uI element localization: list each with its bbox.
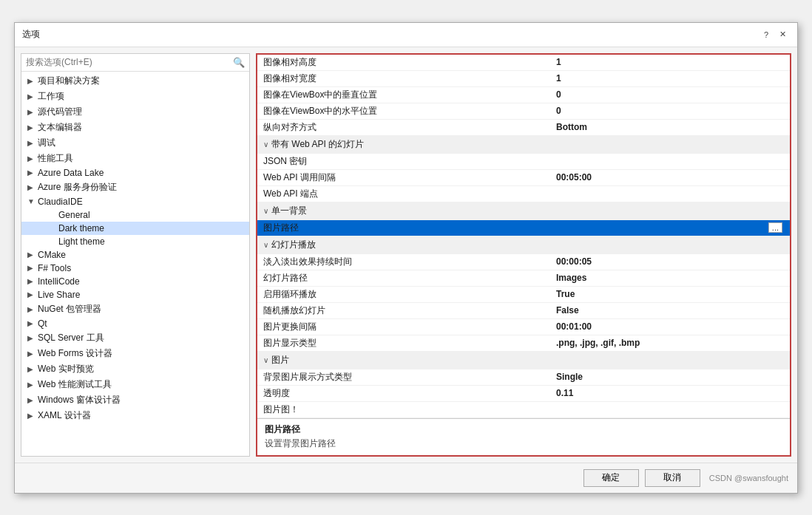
- tree-item[interactable]: ▶工作项: [21, 89, 249, 104]
- tree-item[interactable]: ▶Azure Data Lake: [21, 166, 249, 180]
- prop-name: Web API 端点: [257, 185, 550, 202]
- section-toggle-icon[interactable]: ∨: [263, 356, 268, 364]
- tree-arrow-icon: ▶: [27, 92, 38, 100]
- tree-arrow-icon: ▶: [27, 381, 38, 389]
- prop-value: Bottom: [550, 119, 790, 135]
- tree-item[interactable]: ▶Windows 窗体设计器: [21, 392, 249, 408]
- browse-button[interactable]: ...: [768, 222, 782, 233]
- prop-name: 启用循环播放: [257, 286, 550, 302]
- tree-item[interactable]: ▶调试: [21, 135, 249, 151]
- tree-item[interactable]: Light theme: [21, 235, 249, 248]
- tree-arrow-icon: ▶: [27, 305, 38, 313]
- tree-item[interactable]: ▶Live Share: [21, 288, 249, 301]
- tree-item[interactable]: ▶文本编辑器: [21, 120, 249, 135]
- tree-item[interactable]: ▶CMake: [21, 248, 249, 262]
- tree-item[interactable]: ▶Web 性能测试工具: [21, 377, 249, 392]
- tree-item[interactable]: ▶Web 实时预览: [21, 361, 249, 377]
- tree-arrow-icon: ▶: [27, 290, 38, 299]
- tree-item-label: Qt: [38, 318, 246, 329]
- help-button[interactable]: ?: [759, 27, 774, 42]
- tree-arrow-icon: ▶: [27, 123, 38, 132]
- tree-arrow-icon: ▶: [27, 108, 38, 116]
- tree-item[interactable]: ▶Web Forms 设计器: [21, 346, 249, 361]
- section-header-label: 幻灯片播放: [271, 239, 316, 250]
- prop-value: .png, .jpg, .gif, .bmp: [550, 335, 790, 351]
- section-header-label: 图片: [271, 355, 289, 365]
- tree-item-label: CMake: [38, 250, 246, 260]
- props-row: 图像相对高度1: [257, 55, 790, 71]
- tree-arrow-icon: ▶: [27, 183, 38, 191]
- tree-item[interactable]: ▶NuGet 包管理器: [21, 301, 249, 317]
- props-row: 图像相对宽度1: [257, 70, 790, 86]
- tree-item[interactable]: ▶Qt: [21, 317, 249, 330]
- search-input[interactable]: [26, 57, 233, 67]
- tree-item-label: 源代码管理: [38, 106, 246, 118]
- tree-item-label: IntelliCode: [38, 276, 246, 287]
- props-row[interactable]: 图片路径...: [257, 219, 790, 236]
- prop-name: JSON 密钥: [257, 153, 550, 169]
- tree-arrow-icon: ▶: [27, 365, 38, 373]
- search-icon[interactable]: 🔍: [233, 57, 245, 68]
- prop-value[interactable]: ...: [550, 219, 790, 236]
- cancel-button[interactable]: 取消: [645, 469, 700, 487]
- tree-item[interactable]: ▶XAML 设计器: [21, 408, 249, 423]
- tree-item[interactable]: ▶Azure 服务身份验证: [21, 180, 249, 195]
- tree-item-label: 性能工具: [38, 152, 246, 165]
- tree-item[interactable]: ▶性能工具: [21, 151, 249, 166]
- prop-value: 1: [550, 55, 790, 71]
- right-panel: 图像相对高度1图像相对宽度1图像在ViewBox中的垂直位置0图像在ViewBo…: [256, 53, 791, 457]
- props-row: ∨幻灯片播放: [257, 236, 790, 253]
- tree-item[interactable]: ▶项目和解决方案: [21, 73, 249, 89]
- tree-arrow-icon: ▶: [27, 319, 38, 327]
- section-toggle-icon[interactable]: ∨: [263, 207, 268, 215]
- tree-item-label: XAML 设计器: [38, 409, 246, 422]
- tree-item-label: Web 性能测试工具: [38, 378, 246, 391]
- tree-item[interactable]: General: [21, 208, 249, 222]
- prop-name: 图像在ViewBox中的垂直位置: [257, 86, 550, 103]
- tree-arrow-icon: ▼: [27, 197, 38, 205]
- props-row: 随机播放幻灯片False: [257, 302, 790, 318]
- tree-item-label: ClaudiaIDE: [38, 197, 246, 207]
- close-button[interactable]: ✕: [775, 27, 790, 42]
- tree-arrow-icon: ▶: [27, 349, 38, 358]
- props-row: 图像在ViewBox中的水平位置0: [257, 103, 790, 119]
- ok-button[interactable]: 确定: [583, 469, 639, 487]
- props-row: ∨带有 Web API 的幻灯片: [257, 135, 790, 153]
- footer-credit: CSDN @swansfought: [709, 474, 788, 482]
- section-toggle-icon[interactable]: ∨: [263, 241, 268, 249]
- dialog-body: 🔍 ▶项目和解决方案▶工作项▶源代码管理▶文本编辑器▶调试▶性能工具▶Azure…: [15, 47, 797, 463]
- left-panel: 🔍 ▶项目和解决方案▶工作项▶源代码管理▶文本编辑器▶调试▶性能工具▶Azure…: [21, 53, 250, 457]
- tree-item[interactable]: ▶SQL Server 工具: [21, 330, 249, 346]
- prop-name: 图像相对宽度: [257, 70, 550, 86]
- tree-item[interactable]: ▶IntelliCode: [21, 275, 249, 288]
- tree-item[interactable]: ▶源代码管理: [21, 104, 249, 120]
- props-row: 图片显示类型.png, .jpg, .gif, .bmp: [257, 335, 790, 351]
- tree-item-label: Windows 窗体设计器: [38, 394, 246, 406]
- tree-item-label: 文本编辑器: [38, 121, 246, 134]
- section-header-label: 单一背景: [271, 205, 307, 216]
- prop-name: 图像在ViewBox中的水平位置: [257, 103, 550, 119]
- tree-item[interactable]: ▶F# Tools: [21, 262, 249, 275]
- prop-name: 图片更换间隔: [257, 318, 550, 335]
- tree-item[interactable]: ▼ClaudiaIDE: [21, 195, 249, 208]
- prop-value: [550, 153, 790, 169]
- tree-item-label: F# Tools: [38, 263, 246, 273]
- props-row: 透明度0.11: [257, 385, 790, 401]
- props-row: Web API 调用间隔00:05:00: [257, 169, 790, 185]
- tree-arrow-icon: ▶: [27, 139, 38, 147]
- prop-value: 0: [550, 86, 790, 103]
- tree-item[interactable]: Dark theme: [21, 222, 249, 235]
- section-toggle-icon[interactable]: ∨: [263, 140, 268, 149]
- options-dialog: 选项 ? ✕ 🔍 ▶项目和解决方案▶工作项▶源代码管理▶文本编辑器▶调试▶性能工…: [14, 22, 798, 494]
- tree-item-label: Web 实时预览: [38, 363, 246, 375]
- prop-name: 图像相对高度: [257, 55, 550, 71]
- prop-name: 图片路径: [257, 219, 550, 236]
- tree-arrow-icon: ▶: [27, 154, 38, 163]
- description-panel: 图片路径 设置背景图片路径: [257, 418, 790, 455]
- props-row: JSON 密钥: [257, 153, 790, 169]
- tree-arrow-icon: ▶: [27, 77, 38, 85]
- props-row: 纵向对齐方式Bottom: [257, 119, 790, 135]
- title-bar: 选项 ? ✕: [15, 23, 797, 47]
- tree-item-label: Azure Data Lake: [38, 168, 246, 178]
- prop-name: 随机播放幻灯片: [257, 302, 550, 318]
